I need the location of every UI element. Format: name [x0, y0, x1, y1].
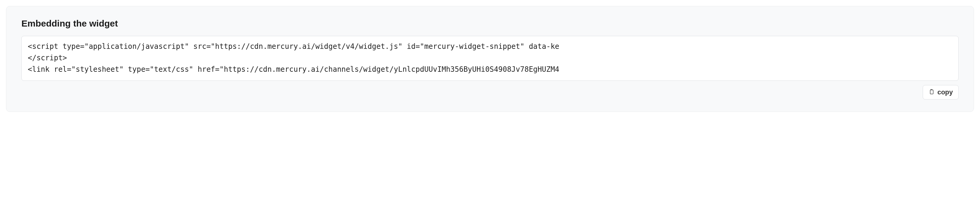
embed-code-line-3: <link rel="stylesheet" type="text/css" h… — [28, 65, 559, 73]
embed-code-line-1: <script type="application/javascript" sr… — [28, 42, 559, 51]
section-title: Embedding the widget — [21, 18, 959, 29]
embed-code-line-2: </script> — [28, 54, 67, 62]
embed-code-block[interactable]: <script type="application/javascript" sr… — [21, 36, 959, 81]
svg-rect-0 — [930, 90, 933, 94]
embedding-widget-panel: Embedding the widget <script type="appli… — [6, 6, 974, 112]
clipboard-icon — [928, 89, 934, 96]
copy-row: copy — [21, 85, 959, 100]
copy-button-label: copy — [937, 88, 953, 96]
copy-button[interactable]: copy — [923, 85, 959, 100]
